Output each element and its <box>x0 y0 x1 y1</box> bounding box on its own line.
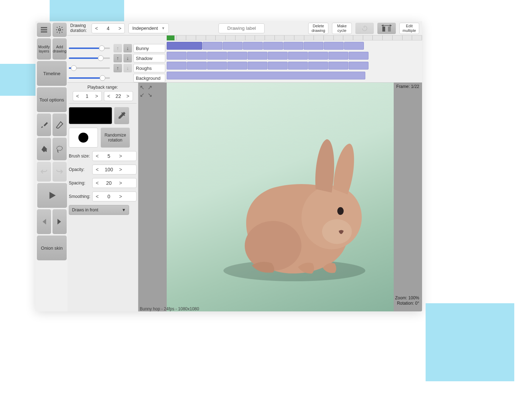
layer-name[interactable]: Bunny <box>133 44 165 52</box>
frame-cell[interactable] <box>243 42 263 50</box>
frame-cell[interactable] <box>308 62 328 70</box>
frame-cell[interactable] <box>167 62 187 70</box>
duration-increment[interactable]: > <box>115 24 124 33</box>
layer-down-button[interactable]: ↓ <box>123 64 132 72</box>
playhead[interactable] <box>167 35 174 40</box>
frame-cell[interactable] <box>167 42 202 50</box>
start-decrement[interactable]: < <box>73 92 82 101</box>
frame-forward-button[interactable] <box>52 209 67 234</box>
frame-cell[interactable] <box>304 42 323 50</box>
play-button[interactable] <box>37 183 67 208</box>
frame-cell[interactable] <box>349 62 368 70</box>
layer-up-button[interactable]: ↑ <box>113 54 122 62</box>
onion-skin-button[interactable]: Onion skin <box>37 235 67 260</box>
lasso-tool-button[interactable] <box>52 138 67 160</box>
start-increment[interactable]: > <box>92 92 101 101</box>
frame-cell[interactable] <box>263 42 283 50</box>
layer-down-button[interactable]: ↓ <box>123 54 132 62</box>
eraser-tool-button[interactable] <box>52 113 67 136</box>
current-color-swatch[interactable] <box>69 107 112 124</box>
layer-opacity-slider[interactable] <box>69 57 110 59</box>
brush-size-decrement[interactable]: < <box>93 151 102 161</box>
chevron-down-icon: ▼ <box>122 207 126 212</box>
end-increment[interactable]: > <box>123 92 133 101</box>
frame-cell[interactable] <box>248 52 267 60</box>
undo-button[interactable] <box>37 162 51 182</box>
layer-opacity-slider[interactable] <box>69 77 110 79</box>
eyedropper-button[interactable] <box>114 107 129 124</box>
playback-start-stepper[interactable]: < 1 > <box>73 91 102 101</box>
frame-cell[interactable] <box>328 62 348 70</box>
frame-cell[interactable] <box>248 62 267 70</box>
spacing-stepper[interactable]: < 20 > <box>92 178 137 188</box>
frame-cell[interactable] <box>203 42 222 50</box>
brush-size-increment[interactable]: > <box>116 151 125 161</box>
undo-icon <box>40 166 48 178</box>
frame-cell[interactable] <box>283 42 303 50</box>
frame-cell[interactable] <box>349 52 368 60</box>
layer-opacity-slider[interactable] <box>69 67 110 69</box>
timeline-ruler[interactable] <box>167 35 422 40</box>
layer-opacity-slider[interactable] <box>69 48 110 49</box>
spacing-increment[interactable]: > <box>116 178 125 188</box>
brush-preview[interactable] <box>69 128 98 148</box>
canvas-expand-icons[interactable]: ↖ ↗ ↙ ↘ <box>140 84 155 98</box>
frame-cell[interactable] <box>223 42 243 50</box>
layer-name[interactable]: Background <box>133 74 165 82</box>
make-cycle-button[interactable]: Make cycle <box>332 23 352 34</box>
independent-dropdown[interactable]: Independent ▼ <box>128 23 169 33</box>
fill-tool-button[interactable] <box>37 138 51 160</box>
opacity-decrement[interactable]: < <box>93 165 102 174</box>
layer-up-button[interactable]: ↑ <box>113 44 122 52</box>
modify-layers-button[interactable]: Modify layers <box>37 38 51 60</box>
menu-button[interactable] <box>37 23 51 37</box>
frame-cell[interactable] <box>288 52 308 60</box>
frame-back-button[interactable] <box>37 209 51 234</box>
rotate-left-button[interactable] <box>355 23 374 34</box>
spacing-decrement[interactable]: < <box>93 178 102 188</box>
smoothing-stepper[interactable]: < 0 > <box>92 192 137 201</box>
layer-up-button[interactable]: ↑ <box>113 64 122 72</box>
frame-cell[interactable] <box>268 62 288 70</box>
frame-cell[interactable] <box>207 52 227 60</box>
frame-cell[interactable] <box>324 42 344 50</box>
frame-cell[interactable] <box>187 52 207 60</box>
frame-cell[interactable] <box>227 62 247 70</box>
opacity-stepper[interactable]: < 100 > <box>92 165 137 174</box>
end-decrement[interactable]: < <box>104 92 113 101</box>
add-drawing-button[interactable]: Add drawing <box>52 38 67 60</box>
draws-in-front-dropdown[interactable]: Draws in front ▼ <box>69 205 129 215</box>
frame-cell[interactable] <box>167 72 365 79</box>
redo-button[interactable] <box>52 162 67 182</box>
frame-cell[interactable] <box>187 62 207 70</box>
drawing-canvas[interactable] <box>167 83 394 311</box>
frame-cell[interactable] <box>167 52 187 60</box>
frame-cell[interactable] <box>328 52 348 60</box>
smoothing-decrement[interactable]: < <box>93 192 102 201</box>
frame-cell[interactable] <box>227 52 247 60</box>
brush-size-row: Brush size: < 5 > <box>69 151 137 161</box>
brush-tool-button[interactable] <box>37 113 51 136</box>
delete-drawing-button[interactable]: Delete drawing <box>308 23 328 34</box>
duration-decrement[interactable]: < <box>92 24 101 33</box>
frame-cell[interactable] <box>268 52 288 60</box>
frame-cell[interactable] <box>207 62 227 70</box>
tool-options-button[interactable]: Tool options <box>37 87 67 112</box>
drawing-duration-stepper[interactable]: < 4 > <box>92 23 125 33</box>
edit-multiple-button[interactable]: Edit multiple <box>399 23 419 34</box>
frame-cell[interactable] <box>308 52 328 60</box>
smoothing-increment[interactable]: > <box>116 192 125 201</box>
layer-down-button[interactable]: ↓ <box>123 44 132 52</box>
randomize-rotation-button[interactable]: Randomize rotation <box>101 128 130 148</box>
playback-end-stepper[interactable]: < 22 > <box>104 91 133 101</box>
layer-name[interactable]: Shadow <box>133 54 165 62</box>
frame-cell[interactable] <box>344 42 364 50</box>
flip-button[interactable] <box>377 23 396 34</box>
layer-name[interactable]: Roughs <box>133 64 165 72</box>
timeline-button[interactable]: Timeline <box>37 61 67 86</box>
frame-cell[interactable] <box>288 62 308 70</box>
opacity-increment[interactable]: > <box>116 165 125 174</box>
drawing-label-input[interactable] <box>218 23 265 33</box>
settings-button[interactable] <box>52 23 67 37</box>
brush-size-stepper[interactable]: < 5 > <box>92 151 137 161</box>
